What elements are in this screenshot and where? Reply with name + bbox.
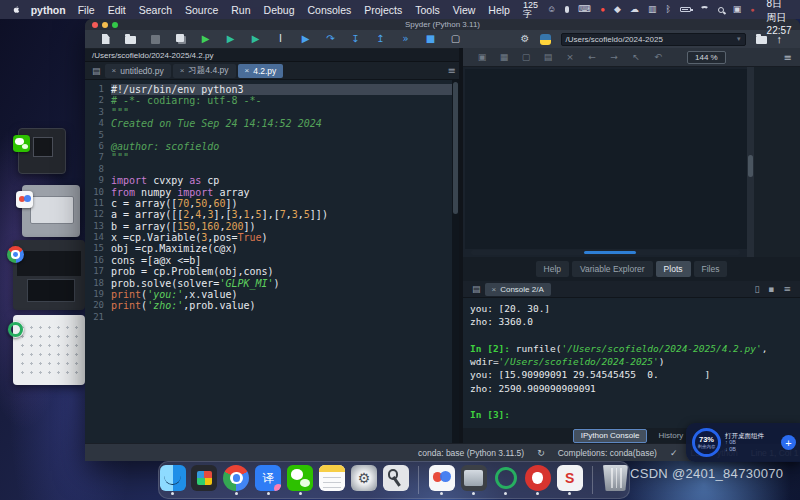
- dock-item-settings[interactable]: [351, 465, 378, 495]
- widget-add-button[interactable]: +: [781, 435, 796, 450]
- stage-thumbnail-ring[interactable]: [13, 315, 85, 385]
- dock-item-wechat[interactable]: [287, 465, 314, 495]
- menu-item-file[interactable]: File: [78, 4, 95, 16]
- console-options-menu-icon[interactable]: ≡: [783, 284, 791, 294]
- bluetooth-icon[interactable]: ᛒ: [665, 5, 670, 14]
- debug-continue-button[interactable]: »: [393, 32, 418, 47]
- step-return-button[interactable]: ↥: [368, 32, 393, 47]
- save-all-plots-icon[interactable]: ▦: [493, 52, 515, 62]
- code-editor[interactable]: 1#!/usr/bin/env python32# -*- codiarng: …: [85, 80, 452, 443]
- menu-item-run[interactable]: Run: [231, 4, 250, 16]
- new-file-button[interactable]: [93, 32, 118, 47]
- editor-scrollbar[interactable]: [452, 80, 459, 443]
- previous-plot-icon[interactable]: ←: [581, 52, 603, 62]
- dock-item-launchpad[interactable]: [191, 465, 218, 495]
- bottom-tab-ipython-console[interactable]: IPython Console: [573, 429, 648, 443]
- sidebar-icon[interactable]: ▥: [648, 5, 657, 14]
- apple-logo-icon[interactable]: [12, 4, 21, 15]
- active-app-name[interactable]: python: [31, 4, 66, 16]
- dock-item-keychain[interactable]: [383, 465, 410, 495]
- stage-thumbnail-drawio[interactable]: [22, 185, 80, 237]
- menu-item-edit[interactable]: Edit: [108, 4, 126, 16]
- dock-item-s-map[interactable]: [556, 465, 583, 495]
- stop-debug-button[interactable]: ■: [418, 32, 443, 47]
- console-browse-tabs-icon[interactable]: ▤: [472, 284, 481, 294]
- dock-item-drawio[interactable]: [428, 465, 455, 495]
- dock-item-chrome[interactable]: [223, 465, 250, 495]
- console-tab[interactable]: × Console 2/A: [485, 283, 551, 296]
- pane-tab-help[interactable]: Help: [536, 261, 569, 277]
- pane-tab-variable-explorer[interactable]: Variable Explorer: [572, 261, 653, 277]
- save-file-button[interactable]: [143, 32, 168, 47]
- smiley-icon[interactable]: ☺: [547, 5, 556, 14]
- shapes-icon[interactable]: ◆: [614, 5, 621, 14]
- stage-thumbnail-wechat[interactable]: [18, 128, 66, 174]
- mic-icon[interactable]: [565, 6, 569, 13]
- input-method-badge[interactable]: 125字: [523, 1, 538, 19]
- menu-item-source[interactable]: Source: [185, 4, 218, 16]
- status-dot-icon[interactable]: ●: [750, 6, 754, 13]
- undo-view-icon[interactable]: ↶: [647, 52, 669, 62]
- menu-item-debug[interactable]: Debug: [264, 4, 295, 16]
- step-over-button[interactable]: ↷: [318, 32, 343, 47]
- dock-item-preview[interactable]: [460, 465, 487, 495]
- menu-item-search[interactable]: Search: [139, 4, 172, 16]
- menu-bar-clock[interactable]: 12月8日 周日 22:57: [767, 0, 792, 36]
- wifi-icon[interactable]: [700, 6, 709, 13]
- plots-options-menu-icon[interactable]: ≡: [784, 52, 792, 63]
- dock-item-finder[interactable]: [159, 465, 186, 495]
- console-env-icon[interactable]: ▪: [768, 284, 774, 294]
- browse-directory-icon[interactable]: [756, 36, 767, 44]
- menu-item-view[interactable]: View: [453, 4, 476, 16]
- debug-file-button[interactable]: ▶: [293, 32, 318, 47]
- battery-icon[interactable]: [680, 7, 691, 12]
- next-plot-icon[interactable]: →: [603, 52, 625, 62]
- copy-plot-icon[interactable]: ▢: [515, 52, 537, 62]
- record-icon[interactable]: ●: [600, 6, 605, 14]
- cloud-icon[interactable]: ☁: [630, 5, 639, 14]
- dock-item-translate[interactable]: [255, 465, 282, 495]
- console-output[interactable]: you: [20. 30.]zho: 3360.0 In [2]: runfil…: [463, 298, 796, 428]
- plots-vertical-scrollbar[interactable]: [747, 67, 754, 257]
- run-cell-button[interactable]: ▶: [218, 32, 243, 47]
- dock-item-notes[interactable]: [319, 465, 346, 495]
- save-all-button[interactable]: [168, 32, 193, 47]
- remove-plot-icon[interactable]: ▤: [537, 52, 559, 62]
- menu-item-tools[interactable]: Tools: [415, 4, 440, 16]
- search-icon[interactable]: [718, 7, 724, 13]
- editor-tab-习题4.4.py[interactable]: ×习题4.4.py: [173, 64, 236, 78]
- stage-thumbnail-chrome[interactable]: [13, 240, 85, 310]
- editor-options-menu-icon[interactable]: ≡: [448, 65, 456, 76]
- menu-item-consoles[interactable]: Consoles: [308, 4, 352, 16]
- run-selection-button[interactable]: I: [268, 32, 293, 47]
- bottom-tab-history[interactable]: History: [651, 430, 690, 442]
- display-icon[interactable]: ▣: [733, 5, 742, 14]
- browse-tabs-icon[interactable]: ▤: [92, 66, 101, 76]
- open-file-button[interactable]: [118, 32, 143, 47]
- zoom-fit-icon[interactable]: ↖: [625, 52, 647, 62]
- plots-thumbnail-strip[interactable]: [754, 67, 800, 257]
- editor-tab-untitled0.py[interactable]: ×untitled0.py: [105, 64, 171, 78]
- run-file-button[interactable]: ▶: [193, 32, 218, 47]
- menu-item-help[interactable]: Help: [488, 4, 510, 16]
- dock-item-ring[interactable]: [492, 465, 519, 495]
- pane-tab-plots[interactable]: Plots: [656, 261, 691, 277]
- close-console-icon[interactable]: ×: [492, 285, 497, 294]
- plots-zoom-level[interactable]: 144 %: [687, 51, 726, 64]
- dock-item-apple-red[interactable]: [524, 465, 551, 495]
- plots-horizontal-scrollbar[interactable]: [471, 250, 740, 255]
- menu-item-projects[interactable]: Projects: [364, 4, 402, 16]
- close-all-plots-icon[interactable]: ×: [559, 52, 581, 62]
- pane-tab-files[interactable]: Files: [694, 261, 728, 277]
- keyboard-icon[interactable]: ⌨: [578, 5, 591, 14]
- maximize-pane-button[interactable]: ▢: [443, 32, 468, 47]
- save-plot-icon[interactable]: ▣: [471, 52, 493, 62]
- close-tab-icon[interactable]: ×: [245, 66, 250, 75]
- editor-tab-4.2.py[interactable]: ×4.2.py: [238, 64, 284, 78]
- close-tab-icon[interactable]: ×: [180, 66, 185, 75]
- run-cell-advance-button[interactable]: ▶: [243, 32, 268, 47]
- step-into-button[interactable]: ↧: [343, 32, 368, 47]
- console-inspect-icon[interactable]: ▯: [754, 284, 759, 294]
- close-tab-icon[interactable]: ×: [112, 66, 117, 75]
- dock-item-trash[interactable]: [602, 465, 629, 495]
